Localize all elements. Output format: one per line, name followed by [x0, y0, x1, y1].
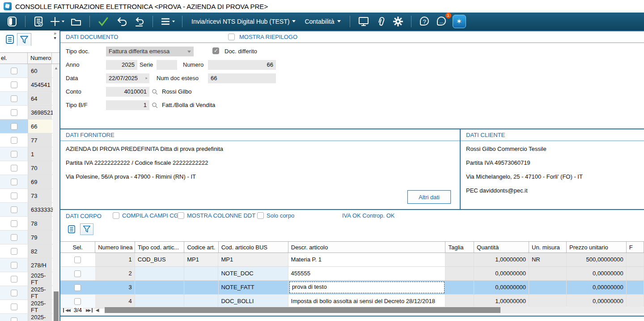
row-checkbox[interactable]: [11, 165, 17, 171]
open-folder-icon[interactable]: [68, 14, 84, 29]
list-item[interactable]: 79: [0, 231, 59, 244]
ai-sparkle-icon[interactable]: ✶: [451, 14, 468, 29]
row-checkbox[interactable]: [74, 298, 81, 305]
col-prezzo-unitario[interactable]: Prezzo unitario: [567, 242, 627, 253]
conto-field[interactable]: 4010001: [106, 87, 149, 97]
col-cod-articolo-bus[interactable]: Cod. articolo BUS: [219, 242, 288, 253]
anno-field[interactable]: 2025: [106, 60, 137, 70]
col-header-numero[interactable]: Numero: [28, 53, 52, 64]
altri-dati-button[interactable]: Altri dati: [407, 190, 451, 204]
list-item[interactable]: 454541: [0, 78, 59, 92]
corpo-filter-icon[interactable]: [80, 223, 93, 235]
hscrollbar-thumb[interactable]: [105, 307, 500, 313]
list-item[interactable]: 2025-FT: [0, 314, 59, 321]
col-taglia[interactable]: Taglia: [445, 242, 474, 253]
list-item[interactable]: 1: [0, 147, 59, 161]
row-checkbox[interactable]: [11, 151, 17, 158]
list-vertical-scrollbar[interactable]: ▲: [53, 64, 59, 321]
list-item[interactable]: 60: [0, 64, 59, 78]
first-page-icon[interactable]: ◀◀: [63, 308, 71, 312]
row-checkbox[interactable]: [11, 290, 17, 296]
menu-hamburger-icon[interactable]: [158, 14, 177, 29]
col-tipo-cod[interactable]: Tipo cod. artic...: [135, 242, 184, 253]
col-partial[interactable]: F: [627, 242, 644, 253]
row-checkbox[interactable]: [11, 234, 17, 241]
grid-row[interactable]: 2 NOTE_DOC 455555 0,00000000 0,00000000: [60, 267, 644, 281]
row-checkbox[interactable]: [11, 262, 17, 269]
horizontal-scrollbar[interactable]: [105, 307, 644, 313]
search-icon[interactable]: [152, 102, 158, 108]
confirm-check-icon[interactable]: [95, 14, 111, 29]
row-checkbox[interactable]: [74, 257, 81, 263]
col-codice-art[interactable]: Codice art.: [184, 242, 218, 253]
list-view-tab[interactable]: [3, 33, 17, 46]
last-page-icon[interactable]: ▶▶: [85, 308, 93, 312]
corpo-list-icon[interactable]: [65, 223, 78, 235]
search-icon[interactable]: [152, 89, 158, 95]
list-item[interactable]: 278/H: [0, 258, 59, 272]
col-header-sel[interactable]: el.: [0, 53, 28, 64]
numero-field[interactable]: 66: [208, 60, 276, 70]
data-field[interactable]: 22/07/2025 ▸: [106, 73, 149, 83]
add-dropdown-caret[interactable]: [62, 21, 64, 22]
row-checkbox[interactable]: [74, 284, 81, 291]
col-un-misura[interactable]: Un. misura: [529, 242, 567, 253]
list-item[interactable]: 82: [0, 244, 59, 258]
sidebar-toggle-icon[interactable]: [4, 14, 20, 29]
col-quantita[interactable]: Quantità: [474, 242, 529, 253]
col-descr-articolo[interactable]: Descr. articolo: [288, 242, 446, 253]
mostra-riepilogo-checkbox[interactable]: [228, 34, 235, 40]
list-item[interactable]: 78: [0, 217, 59, 231]
compila-campi-checkbox[interactable]: [113, 212, 119, 219]
row-checkbox[interactable]: [11, 317, 17, 321]
row-checkbox[interactable]: [11, 109, 17, 116]
list-item[interactable]: 73: [0, 189, 59, 203]
list-item[interactable]: 6333333: [0, 203, 59, 217]
grid-row[interactable]: 1 COD_BUS MP1 MP1 Materia P. 1 1,0000000…: [60, 253, 644, 267]
send-receive-caret[interactable]: [292, 20, 296, 22]
solo-corpo-checkbox[interactable]: [257, 212, 264, 219]
row-checkbox[interactable]: [11, 193, 17, 199]
row-checkbox[interactable]: [11, 248, 17, 255]
row-checkbox[interactable]: [11, 220, 17, 227]
help-icon[interactable]: ?: [417, 14, 432, 29]
serie-field[interactable]: [157, 60, 177, 70]
mostra-colonne-ddt-checkbox[interactable]: [178, 212, 184, 219]
tipo-bf-field[interactable]: 1: [106, 100, 149, 110]
send-receive-menu[interactable]: Invia/ricevi NTS Digital Hub (TEST): [188, 18, 299, 25]
gear-icon[interactable]: [390, 14, 406, 29]
list-item[interactable]: 2025-FT: [0, 286, 59, 300]
col-numero-linea[interactable]: Numero linea: [95, 242, 135, 253]
chat-icon[interactable]: ... 1: [434, 14, 449, 29]
list-item[interactable]: 64: [0, 92, 59, 106]
accounting-menu[interactable]: Contabilità: [301, 18, 344, 25]
add-button[interactable]: [48, 14, 66, 29]
list-item[interactable]: 3698521: [0, 106, 59, 120]
list-item[interactable]: 77: [0, 133, 59, 147]
row-checkbox[interactable]: [11, 81, 17, 88]
num-doc-esteso-field[interactable]: 66: [208, 73, 276, 83]
document-list-icon[interactable]: [31, 14, 46, 29]
accounting-caret[interactable]: [337, 20, 341, 22]
menu-dropdown-caret[interactable]: [172, 21, 175, 22]
row-checkbox[interactable]: [11, 137, 17, 144]
list-item-selected[interactable]: 66: [0, 120, 59, 133]
doc-differito-checkbox[interactable]: [212, 47, 219, 54]
list-item[interactable]: 69: [0, 175, 59, 189]
monitor-icon[interactable]: [356, 14, 372, 29]
row-checkbox[interactable]: [11, 95, 17, 102]
grid-row-selected[interactable]: 3 NOTE_FATT prova di testo 0,00000000 0,…: [60, 281, 644, 295]
panel-expander[interactable]: »▾: [51, 31, 59, 40]
filter-view-tab[interactable]: [17, 33, 31, 46]
undo-all-icon[interactable]: [131, 14, 147, 29]
calendar-arrow-icon[interactable]: ▸: [145, 76, 148, 80]
list-item[interactable]: 70: [0, 161, 59, 175]
row-checkbox[interactable]: [11, 206, 17, 213]
descr-edit-cell[interactable]: prova di testo: [289, 282, 445, 293]
list-item[interactable]: 2025-FT: [0, 272, 59, 286]
tipo-doc-select[interactable]: Fattura differita emessa: [106, 47, 194, 56]
row-checkbox[interactable]: [74, 270, 81, 277]
row-checkbox[interactable]: [11, 304, 17, 310]
scrollbar-thumb[interactable]: [54, 291, 59, 321]
list-item[interactable]: 2025-FT: [0, 300, 59, 314]
